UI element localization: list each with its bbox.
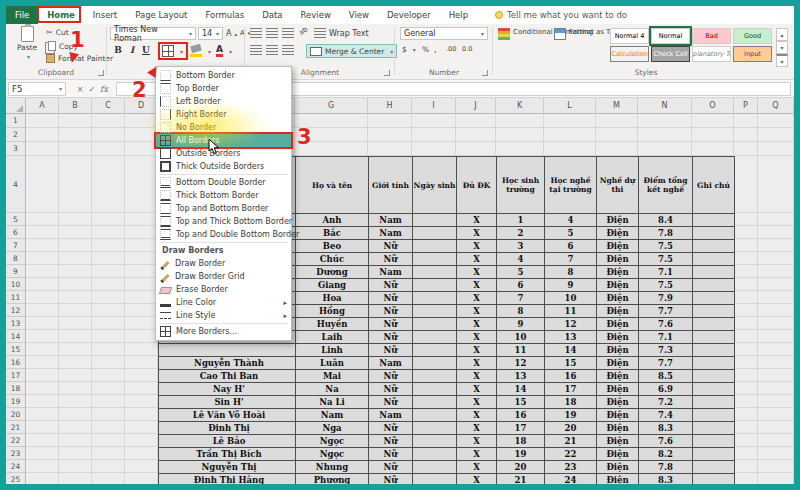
borders-button[interactable]: ▾ (162, 45, 183, 57)
cell-vocation_no[interactable]: 19 (545, 409, 597, 422)
conditional-formatting-button[interactable]: Conditional Formatting (498, 28, 550, 40)
menu-item-draw-border-grid[interactable]: Draw Border Grid (156, 270, 291, 283)
cell-qualified[interactable]: X (457, 396, 497, 409)
cell-job[interactable]: Điện (597, 396, 639, 409)
gallery-more-button[interactable]: ▾ (776, 54, 788, 67)
cell-gender[interactable]: Nữ (369, 370, 413, 383)
row-header-21[interactable]: 21 (6, 421, 26, 434)
cell-given[interactable]: Hoa (296, 292, 369, 305)
column-header-A[interactable]: A (26, 98, 59, 114)
italic-button[interactable]: I (126, 45, 138, 55)
cell-given[interactable]: Laih (296, 331, 369, 344)
increase-decimal-button[interactable]: .00 (446, 45, 456, 53)
cell-note[interactable] (693, 279, 735, 292)
cell-birth[interactable] (413, 396, 457, 409)
cell-gender[interactable]: Nữ (369, 292, 413, 305)
cell-gender[interactable]: Nữ (369, 344, 413, 357)
cell-given[interactable]: Bắc (296, 227, 369, 240)
column-header-O[interactable]: O (692, 98, 734, 114)
font-size-combo[interactable]: 14 ▾ (198, 27, 223, 40)
column-header-L[interactable]: L (544, 98, 596, 114)
row-header-24[interactable]: 24 (6, 460, 26, 473)
style-input[interactable]: Input (733, 46, 772, 62)
align-center-button[interactable] (266, 45, 278, 55)
row-header-10[interactable]: 10 (6, 278, 26, 291)
cell-note[interactable] (693, 240, 735, 253)
cell-vocation_no[interactable]: 23 (545, 461, 597, 474)
cell-school_no[interactable]: 6 (497, 279, 545, 292)
cell-score[interactable]: 7.8 (639, 227, 693, 240)
align-top-button[interactable] (250, 28, 262, 38)
cell-score[interactable]: 8.3 (639, 474, 693, 485)
cell-given[interactable]: Dương (296, 266, 369, 279)
clipboard-dialog-launcher[interactable] (98, 70, 104, 76)
cell-note[interactable] (693, 305, 735, 318)
row-header-15[interactable]: 15 (6, 343, 26, 356)
cell-job[interactable]: Điện (597, 357, 639, 370)
cell-birth[interactable] (413, 227, 457, 240)
cell-qualified[interactable]: X (457, 253, 497, 266)
cell-gender[interactable]: Nữ (369, 396, 413, 409)
row-header-3[interactable]: 3 (6, 142, 26, 156)
cell-vocation_no[interactable]: 14 (545, 344, 597, 357)
orientation-button[interactable]: ab (297, 25, 309, 37)
cell-birth[interactable] (413, 357, 457, 370)
style-good[interactable]: Good (733, 28, 772, 44)
cell-qualified[interactable]: X (457, 214, 497, 227)
cell-gender[interactable]: Nữ (369, 279, 413, 292)
cell-qualified[interactable]: X (457, 266, 497, 279)
cell-vocation_no[interactable]: 13 (545, 331, 597, 344)
cell-family[interactable]: Nguyễn Thị (159, 461, 296, 474)
cell-given[interactable]: Ngọc (296, 448, 369, 461)
cell-job[interactable]: Điện (597, 383, 639, 396)
cell-qualified[interactable]: X (457, 409, 497, 422)
row-header-22[interactable]: 22 (6, 434, 26, 447)
menu-item-bottom-double-border[interactable]: Bottom Double Border (156, 176, 291, 189)
cell-birth[interactable] (413, 422, 457, 435)
underline-button[interactable]: U (140, 45, 152, 55)
cell-gender[interactable]: Nam (369, 357, 413, 370)
cell-school_no[interactable]: 13 (497, 370, 545, 383)
cell-vocation_no[interactable]: 20 (545, 422, 597, 435)
cell-vocation_no[interactable]: 17 (545, 383, 597, 396)
cell-note[interactable] (693, 292, 735, 305)
format-as-table-button[interactable]: Format as Table (554, 28, 606, 40)
tab-file[interactable]: File (6, 6, 38, 24)
cell-note[interactable] (693, 370, 735, 383)
cell-qualified[interactable]: X (457, 435, 497, 448)
menu-item-thick-outside-borders[interactable]: Thick Outside Borders (156, 160, 291, 173)
align-bottom-button[interactable] (282, 28, 294, 38)
menu-item-right-border[interactable]: Right Border (156, 108, 291, 121)
menu-item-no-border[interactable]: No Border (156, 121, 291, 134)
cell-school_no[interactable]: 4 (497, 253, 545, 266)
cell-note[interactable] (693, 422, 735, 435)
cell-given[interactable]: Phương (296, 474, 369, 485)
cell-note[interactable] (693, 344, 735, 357)
menu-item-top-and-thick-bottom-border[interactable]: Top and Thick Bottom Border (156, 215, 291, 228)
cell-gender[interactable]: Nam (369, 227, 413, 240)
cell-gender[interactable]: Nữ (369, 448, 413, 461)
shrink-font-button[interactable]: A▾ (240, 29, 250, 37)
cell-qualified[interactable]: X (457, 383, 497, 396)
cell-note[interactable] (693, 227, 735, 240)
cell-birth[interactable] (413, 344, 457, 357)
cell-given[interactable]: Na Li (296, 396, 369, 409)
cell-job[interactable]: Điện (597, 344, 639, 357)
cell-score[interactable]: 7.8 (639, 461, 693, 474)
cell-family[interactable]: Nguyễn Thành (159, 357, 296, 370)
cell-note[interactable] (693, 435, 735, 448)
cell-job[interactable]: Điện (597, 214, 639, 227)
gallery-down-button[interactable]: ▾ (776, 41, 788, 54)
cell-birth[interactable] (413, 253, 457, 266)
menu-item-draw-border[interactable]: Draw Border (156, 257, 291, 270)
comma-style-button[interactable]: , (434, 45, 436, 54)
cell-school_no[interactable]: 1 (497, 214, 545, 227)
tab-review[interactable]: Review (292, 6, 340, 24)
style-normal-4[interactable]: Normal 4 (610, 28, 649, 44)
column-header-P[interactable]: P (734, 98, 758, 114)
font-name-combo[interactable]: Times New Roman ▾ (110, 27, 196, 40)
cell-note[interactable] (693, 331, 735, 344)
row-header-1[interactable]: 1 (6, 114, 26, 128)
merge-center-button[interactable]: Merge & Center ▾ (306, 44, 397, 58)
column-header-G[interactable]: G (295, 98, 368, 114)
